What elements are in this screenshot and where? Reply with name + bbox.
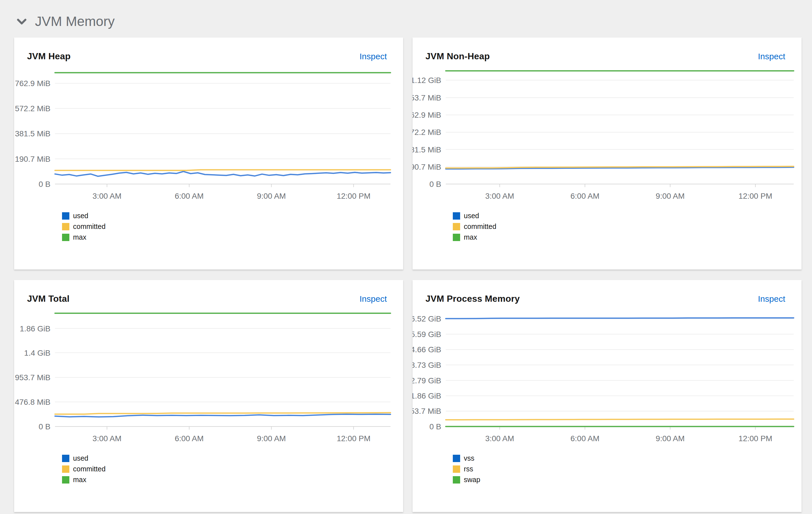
- legend-color-swatch: [453, 212, 460, 220]
- jvm-heap-legend: usedcommittedmax: [62, 211, 403, 243]
- jvm-total-legend: usedcommittedmax: [62, 453, 403, 485]
- legend-item-max: max: [453, 232, 802, 243]
- legend-item-used: used: [453, 211, 802, 221]
- legend-label: vss: [464, 454, 474, 462]
- section-title: JVM Memory: [35, 14, 115, 29]
- legend-label: swap: [464, 476, 480, 484]
- legend-color-swatch: [62, 223, 69, 230]
- svg-text:6.52 GiB: 6.52 GiB: [412, 315, 441, 323]
- jvm-total-chart[interactable]: 1.86 GiB1.4 GiB953.7 MiB476.8 MiB0 B3:00…: [14, 306, 403, 453]
- legend-color-swatch: [62, 476, 69, 484]
- svg-text:381.5 MiB: 381.5 MiB: [412, 145, 441, 154]
- svg-text:762.9 MiB: 762.9 MiB: [15, 79, 51, 88]
- svg-text:0 B: 0 B: [429, 422, 441, 431]
- legend-label: committed: [464, 222, 496, 231]
- legend-label: used: [73, 454, 88, 462]
- svg-text:5.59 GiB: 5.59 GiB: [412, 330, 441, 339]
- jvm-non-heap-chart[interactable]: 1.12 GiB953.7 MiB762.9 MiB572.2 MiB381.5…: [412, 63, 802, 210]
- jvm-total-card: JVM Total Inspect 1.86 GiB1.4 GiB953.7 M…: [14, 280, 403, 512]
- card-title: JVM Total: [27, 294, 70, 304]
- svg-text:953.7 MiB: 953.7 MiB: [15, 373, 51, 382]
- legend-label: committed: [73, 465, 106, 473]
- svg-text:3.73 GiB: 3.73 GiB: [412, 360, 441, 369]
- legend-color-swatch: [453, 465, 460, 473]
- jvm-heap-chart[interactable]: 762.9 MiB572.2 MiB381.5 MiB190.7 MiB0 B3…: [14, 63, 403, 210]
- card-title: JVM Process Memory: [426, 294, 520, 304]
- charts-grid: JVM Heap Inspect 762.9 MiB572.2 MiB381.5…: [14, 37, 812, 512]
- jvm-non-heap-legend: usedcommittedmax: [453, 211, 802, 243]
- legend-color-swatch: [453, 234, 460, 241]
- svg-text:12:00 PM: 12:00 PM: [337, 434, 371, 443]
- inspect-link[interactable]: Inspect: [359, 294, 387, 304]
- legend-color-swatch: [453, 223, 460, 230]
- svg-text:572.2 MiB: 572.2 MiB: [412, 128, 441, 137]
- svg-text:1.12 GiB: 1.12 GiB: [412, 76, 441, 85]
- legend-item-max: max: [62, 232, 403, 243]
- inspect-link[interactable]: Inspect: [758, 294, 785, 304]
- svg-text:12:00 PM: 12:00 PM: [738, 192, 772, 200]
- svg-text:3:00 AM: 3:00 AM: [485, 192, 514, 200]
- svg-text:2.79 GiB: 2.79 GiB: [412, 376, 441, 385]
- svg-text:3:00 AM: 3:00 AM: [485, 434, 514, 443]
- svg-text:190.7 MiB: 190.7 MiB: [412, 163, 441, 171]
- legend-item-committed: committed: [62, 221, 403, 232]
- legend-color-swatch: [62, 465, 69, 473]
- legend-color-swatch: [62, 212, 69, 220]
- svg-text:953.7 MiB: 953.7 MiB: [412, 407, 441, 415]
- svg-text:0 B: 0 B: [39, 180, 51, 189]
- legend-label: used: [464, 212, 479, 220]
- svg-text:6:00 AM: 6:00 AM: [175, 192, 204, 200]
- legend-label: max: [73, 476, 86, 484]
- svg-text:9:00 AM: 9:00 AM: [257, 192, 286, 200]
- jvm-process-memory-chart[interactable]: 6.52 GiB5.59 GiB4.66 GiB3.73 GiB2.79 GiB…: [412, 306, 802, 453]
- svg-text:6:00 AM: 6:00 AM: [570, 434, 600, 443]
- svg-text:12:00 PM: 12:00 PM: [738, 434, 772, 443]
- svg-text:9:00 AM: 9:00 AM: [257, 434, 286, 443]
- section-header: JVM Memory: [0, 0, 812, 29]
- card-title: JVM Non-Heap: [426, 51, 490, 61]
- svg-text:6:00 AM: 6:00 AM: [570, 192, 600, 200]
- legend-item-committed: committed: [453, 221, 802, 232]
- legend-label: used: [73, 212, 88, 220]
- svg-text:572.2 MiB: 572.2 MiB: [15, 104, 51, 113]
- legend-item-used: used: [62, 453, 403, 464]
- jvm-non-heap-card: JVM Non-Heap Inspect 1.12 GiB953.7 MiB76…: [412, 37, 802, 270]
- jvm-process-memory-card: JVM Process Memory Inspect 6.52 GiB5.59 …: [412, 280, 802, 512]
- legend-item-vss: vss: [453, 453, 802, 464]
- legend-label: rss: [464, 465, 473, 473]
- svg-text:1.86 GiB: 1.86 GiB: [412, 391, 441, 400]
- svg-text:4.66 GiB: 4.66 GiB: [412, 345, 441, 354]
- svg-text:0 B: 0 B: [39, 422, 51, 431]
- svg-text:381.5 MiB: 381.5 MiB: [15, 129, 51, 138]
- legend-label: committed: [73, 222, 106, 231]
- legend-label: max: [73, 233, 86, 241]
- svg-text:0 B: 0 B: [429, 180, 441, 189]
- card-title: JVM Heap: [27, 51, 71, 61]
- legend-label: max: [464, 233, 477, 241]
- svg-text:1.4 GiB: 1.4 GiB: [24, 348, 51, 357]
- svg-text:9:00 AM: 9:00 AM: [656, 192, 685, 200]
- svg-text:1.86 GiB: 1.86 GiB: [20, 324, 51, 333]
- legend-item-used: used: [62, 211, 403, 221]
- svg-text:476.8 MiB: 476.8 MiB: [15, 398, 51, 406]
- svg-text:6:00 AM: 6:00 AM: [175, 434, 204, 443]
- svg-text:762.9 MiB: 762.9 MiB: [412, 111, 441, 119]
- legend-item-committed: committed: [62, 464, 403, 475]
- svg-text:190.7 MiB: 190.7 MiB: [15, 155, 51, 163]
- svg-text:12:00 PM: 12:00 PM: [337, 192, 371, 200]
- svg-text:3:00 AM: 3:00 AM: [92, 434, 121, 443]
- legend-color-swatch: [453, 455, 460, 462]
- svg-text:953.7 MiB: 953.7 MiB: [412, 93, 441, 102]
- legend-item-swap: swap: [453, 475, 802, 485]
- legend-color-swatch: [62, 455, 69, 462]
- legend-color-swatch: [453, 476, 460, 484]
- chevron-down-icon[interactable]: [16, 18, 27, 25]
- svg-text:3:00 AM: 3:00 AM: [92, 192, 121, 200]
- inspect-link[interactable]: Inspect: [758, 52, 785, 61]
- legend-color-swatch: [62, 234, 69, 241]
- legend-item-rss: rss: [453, 464, 802, 475]
- svg-text:9:00 AM: 9:00 AM: [656, 434, 685, 443]
- jvm-heap-card: JVM Heap Inspect 762.9 MiB572.2 MiB381.5…: [14, 37, 403, 270]
- jvm-process-memory-legend: vssrssswap: [453, 453, 802, 485]
- inspect-link[interactable]: Inspect: [359, 52, 387, 61]
